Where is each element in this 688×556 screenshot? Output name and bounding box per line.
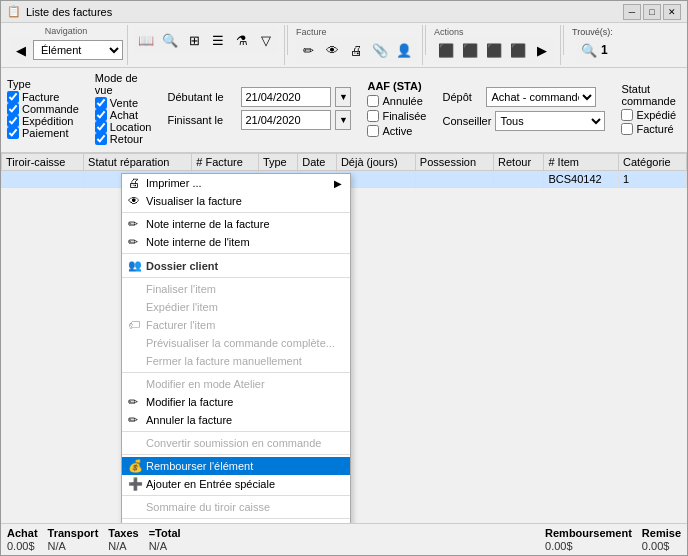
type-expedition-label: Expédition bbox=[22, 115, 73, 127]
col-item: # Item bbox=[544, 154, 619, 171]
type-commande-item[interactable]: Commande bbox=[7, 103, 79, 115]
found-search-btn[interactable]: 🔍 bbox=[577, 37, 601, 63]
aaf-active-checkbox[interactable] bbox=[367, 125, 379, 137]
type-group: Type Facture Commande Expédition Paiemen… bbox=[7, 78, 79, 139]
menu-visualiser[interactable]: 👁 Visualiser la facture bbox=[122, 192, 350, 210]
menu-modifier-atelier: Modifier en mode Atelier bbox=[122, 375, 350, 393]
mode-achat-item[interactable]: Achat bbox=[95, 109, 152, 121]
mode-location-item[interactable]: Location bbox=[95, 121, 152, 133]
table-wrapper: Tiroir-caisse Statut réparation # Factur… bbox=[1, 153, 687, 523]
funnel-icon-btn[interactable]: ▽ bbox=[254, 27, 278, 53]
mode-achat-checkbox[interactable] bbox=[95, 109, 107, 121]
menu-annuler-facture[interactable]: ✏ Annuler la facture bbox=[122, 411, 350, 429]
main-toolbar-row: Navigation ◀ Facture Élément Paiement 📖 bbox=[5, 25, 683, 65]
type-facture-item[interactable]: Facture bbox=[7, 91, 79, 103]
cell-item: BCS40142 bbox=[544, 171, 619, 188]
menu-convertir-label: Convertir soumission en commande bbox=[146, 437, 321, 449]
type-facture-label: Facture bbox=[22, 91, 59, 103]
menu-convertir: Convertir soumission en commande bbox=[122, 434, 350, 452]
mode-retour-checkbox[interactable] bbox=[95, 133, 107, 145]
mode-location-checkbox[interactable] bbox=[95, 121, 107, 133]
search-icon-btn[interactable]: 🔍 bbox=[158, 27, 182, 53]
type-commande-checkbox[interactable] bbox=[7, 103, 19, 115]
debut-calendar-btn[interactable]: ▼ bbox=[335, 87, 351, 107]
menu-ajouter-label: Ajouter en Entrée spéciale bbox=[146, 478, 275, 490]
action3-icon-btn[interactable]: ⬛ bbox=[482, 37, 506, 63]
book-icon-btn[interactable]: 📖 bbox=[134, 27, 158, 53]
navigation-content: ◀ Facture Élément Paiement bbox=[9, 37, 123, 63]
type-paiement-label: Paiement bbox=[22, 127, 68, 139]
type-expedition-checkbox[interactable] bbox=[7, 115, 19, 127]
mode-vente-checkbox[interactable] bbox=[95, 97, 107, 109]
print-icon-btn[interactable]: 🖨 bbox=[344, 37, 368, 63]
statut-facture-checkbox[interactable] bbox=[621, 123, 633, 135]
menu-note-facture[interactable]: ✏ Note interne de la facture bbox=[122, 215, 350, 233]
aaf-finalisee-item[interactable]: Finalisée bbox=[367, 110, 426, 122]
aaf-annulee-checkbox[interactable] bbox=[367, 95, 379, 107]
plus-menu-icon: ➕ bbox=[128, 477, 143, 491]
aaf-finalisee-checkbox[interactable] bbox=[367, 110, 379, 122]
pen-icon-btn[interactable]: ✏ bbox=[296, 37, 320, 63]
minimize-button[interactable]: ─ bbox=[623, 4, 641, 20]
col-date: Date bbox=[298, 154, 337, 171]
type-paiement-item[interactable]: Paiement bbox=[7, 127, 79, 139]
menu-finaliser-label: Finaliser l'item bbox=[146, 283, 216, 295]
menu-modifier-facture[interactable]: ✏ Modifier la facture bbox=[122, 393, 350, 411]
fin-row: Finissant le ▼ bbox=[167, 110, 351, 130]
conseiller-select[interactable]: Tous bbox=[495, 111, 605, 131]
title-bar: 📋 Liste des factures ─ □ ✕ bbox=[1, 1, 687, 23]
fin-input[interactable] bbox=[241, 110, 331, 130]
menu-note-item[interactable]: ✏ Note interne de l'item bbox=[122, 233, 350, 251]
actions-icon-row: ⬛ ⬛ ⬛ ⬛ ▶ bbox=[434, 37, 554, 63]
navigation-dropdown[interactable]: Facture Élément Paiement bbox=[33, 40, 123, 60]
person-icon-btn[interactable]: 👤 bbox=[392, 37, 416, 63]
pen-menu-icon4: ✏ bbox=[128, 413, 138, 427]
nav-arrow-button[interactable]: ◀ bbox=[9, 37, 33, 63]
menu-dossier-label: Dossier client bbox=[146, 260, 218, 272]
menu-rembourser[interactable]: 💰 Rembourser l'élément bbox=[122, 457, 350, 475]
fin-calendar-btn[interactable]: ▼ bbox=[335, 110, 351, 130]
maximize-button[interactable]: □ bbox=[643, 4, 661, 20]
depot-select[interactable]: Achat - commandé bbox=[486, 87, 596, 107]
filter-icon-btn[interactable]: ⚗ bbox=[230, 27, 254, 53]
facture-section: Facture ✏ 👁 🖨 📎 👤 bbox=[290, 25, 423, 65]
statut-group: Statut commande Expédié Facturé bbox=[621, 83, 676, 135]
grid-icon-btn[interactable]: ⊞ bbox=[182, 27, 206, 53]
print-menu-icon: 🖨 bbox=[128, 176, 140, 190]
close-button[interactable]: ✕ bbox=[663, 4, 681, 20]
found-count: 1 bbox=[601, 43, 608, 57]
remboursement-label: Remboursement bbox=[545, 527, 632, 539]
action1-icon-btn[interactable]: ⬛ bbox=[434, 37, 458, 63]
debut-input[interactable] bbox=[241, 87, 331, 107]
mode-vente-item[interactable]: Vente bbox=[95, 97, 152, 109]
mode-retour-item[interactable]: Retour bbox=[95, 133, 152, 145]
menu-ajouter-entree[interactable]: ➕ Ajouter en Entrée spéciale bbox=[122, 475, 350, 493]
eye-icon-btn[interactable]: 👁 bbox=[320, 37, 344, 63]
attach-icon-btn[interactable]: 📎 bbox=[368, 37, 392, 63]
menu-imprimer[interactable]: 🖨 Imprimer ... ▶ bbox=[122, 174, 350, 192]
action2-icon-btn[interactable]: ⬛ bbox=[458, 37, 482, 63]
menu-sep5 bbox=[122, 454, 350, 455]
action4-icon-btn[interactable]: ⬛ bbox=[506, 37, 530, 63]
action5-icon-btn[interactable]: ▶ bbox=[530, 37, 554, 63]
mode-vente-label: Vente bbox=[110, 97, 138, 109]
statut-expedie-item[interactable]: Expédié bbox=[621, 109, 676, 121]
mode-vue-label: Mode de vue bbox=[95, 72, 152, 96]
statut-expedie-checkbox[interactable] bbox=[621, 109, 633, 121]
main-window: 📋 Liste des factures ─ □ ✕ Navigation ◀ … bbox=[0, 0, 688, 556]
type-facture-checkbox[interactable] bbox=[7, 91, 19, 103]
filter-area: Type Facture Commande Expédition Paiemen… bbox=[1, 68, 687, 153]
list-icon-btn[interactable]: ☰ bbox=[206, 27, 230, 53]
table-header-row: Tiroir-caisse Statut réparation # Factur… bbox=[2, 154, 687, 171]
menu-modifier-atelier-label: Modifier en mode Atelier bbox=[146, 378, 265, 390]
achat-group: Achat 0.00$ bbox=[7, 527, 38, 552]
aaf-active-item[interactable]: Active bbox=[367, 125, 426, 137]
bottom-bar: Achat 0.00$ Transport N/A Taxes N/A =Tot… bbox=[1, 523, 687, 555]
type-paiement-checkbox[interactable] bbox=[7, 127, 19, 139]
type-expedition-item[interactable]: Expédition bbox=[7, 115, 79, 127]
statut-facture-item[interactable]: Facturé bbox=[621, 123, 676, 135]
aaf-annulee-item[interactable]: Annulée bbox=[367, 95, 426, 107]
sep3 bbox=[563, 25, 564, 55]
total-value: N/A bbox=[149, 540, 181, 552]
col-possession: Possession bbox=[415, 154, 493, 171]
